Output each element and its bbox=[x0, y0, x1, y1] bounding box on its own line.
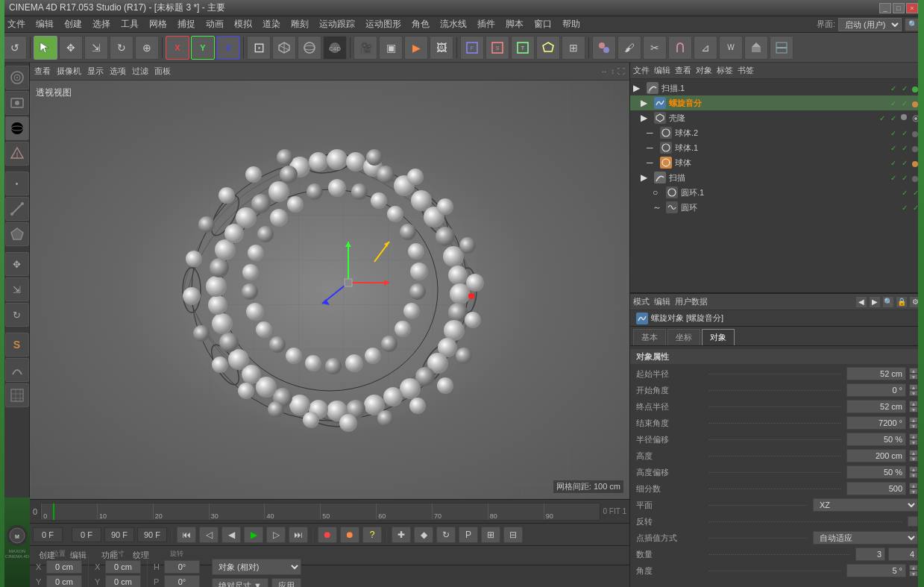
prop-checkbox-reverse[interactable] bbox=[908, 516, 918, 527]
om-menu-object[interactable]: 对象 bbox=[696, 65, 712, 76]
check-shell-2[interactable]: ✓ bbox=[888, 113, 899, 123]
prop-spin-up-4[interactable]: ▲ bbox=[909, 417, 918, 423]
goto-end-button[interactable]: ⏭ bbox=[289, 527, 308, 543]
sidebar-edges[interactable] bbox=[5, 197, 29, 221]
prev-frame-button[interactable]: ◁ bbox=[199, 527, 219, 543]
prop-value-count2[interactable]: 4 bbox=[888, 547, 918, 561]
prop-spinner-radius-offset[interactable]: ▲ ▼ bbox=[909, 433, 918, 445]
close-button[interactable]: × bbox=[906, 3, 918, 13]
prop-spin-up-3[interactable]: ▲ bbox=[909, 401, 918, 406]
prop-spinner-angle[interactable]: ▲ ▼ bbox=[909, 565, 918, 577]
cube-tool[interactable] bbox=[272, 36, 296, 60]
prop-spinner-end-radius[interactable]: ▲ ▼ bbox=[909, 401, 918, 412]
prop-menu-edit[interactable]: 编辑 bbox=[654, 296, 670, 307]
expand-icon-shell[interactable]: ▶ bbox=[641, 113, 653, 123]
auto-key-button[interactable]: ⏺ bbox=[340, 527, 359, 543]
sidebar-rotate[interactable]: ↻ bbox=[5, 303, 29, 327]
current-frame-input[interactable] bbox=[33, 527, 63, 542]
size-x-input[interactable] bbox=[105, 560, 141, 574]
prop-spin-up-6[interactable]: ▲ bbox=[909, 450, 918, 456]
check-circle1-1[interactable]: ✓ bbox=[899, 187, 910, 198]
check-sphere2-2[interactable]: ✓ bbox=[899, 128, 910, 138]
prop-value-end-radius[interactable]: 52 cm bbox=[846, 400, 906, 413]
expand-icon-helix[interactable]: ▶ bbox=[641, 98, 653, 108]
prop-spinner-start-angle[interactable]: ▲ ▼ bbox=[909, 384, 918, 396]
vp-menu-view[interactable]: 查看 bbox=[34, 66, 51, 77]
prop-spin-down-8[interactable]: ▼ bbox=[909, 489, 918, 495]
obj-row-sphere1[interactable]: ─ 球体.1 ✓ ✓ bbox=[630, 140, 924, 155]
transform-tool[interactable]: ⊕ bbox=[135, 36, 159, 60]
timeline-cursor[interactable] bbox=[53, 503, 54, 520]
frame-end-input2[interactable] bbox=[137, 527, 167, 542]
front-view[interactable]: F bbox=[460, 36, 484, 60]
menu-sculpt[interactable]: 雕刻 bbox=[286, 16, 313, 32]
menu-tools[interactable]: 工具 bbox=[116, 16, 143, 32]
check-shell-1[interactable]: ✓ bbox=[877, 113, 887, 123]
prop-search[interactable]: 🔍 bbox=[882, 296, 894, 308]
check-green-1[interactable]: ✓ bbox=[888, 83, 899, 93]
prop-spin-up-8[interactable]: ▲ bbox=[909, 483, 918, 489]
check-helix-1[interactable]: ✓ bbox=[888, 98, 899, 108]
key-selection[interactable]: ↻ bbox=[436, 527, 456, 543]
prop-dropdown-plane[interactable]: XZ XY YZ bbox=[813, 498, 918, 512]
menu-create[interactable]: 创建 bbox=[60, 16, 87, 32]
sidebar-grid[interactable] bbox=[5, 383, 29, 407]
menu-animate[interactable]: 动画 bbox=[201, 16, 228, 32]
scale-tool[interactable]: ⇲ bbox=[84, 36, 108, 60]
sidebar-move[interactable]: ✥ bbox=[5, 252, 29, 276]
check-circle-1[interactable]: ✓ bbox=[899, 202, 910, 213]
persp-view[interactable] bbox=[536, 36, 560, 60]
motion-path-button[interactable]: ✚ bbox=[392, 527, 411, 543]
render-region[interactable]: ▣ bbox=[379, 36, 403, 60]
sidebar-scale[interactable]: ⇲ bbox=[5, 277, 29, 301]
prop-menu-mode[interactable]: 模式 bbox=[633, 296, 650, 307]
prop-nav-forward[interactable]: ▶ bbox=[869, 296, 881, 308]
prop-spinner-end-angle[interactable]: ▲ ▼ bbox=[909, 417, 918, 429]
viewport[interactable]: 透视视图 bbox=[30, 81, 629, 499]
prop-spin-up-13[interactable]: ▲ bbox=[909, 565, 918, 571]
prop-dropdown-interpolation[interactable]: 自动适应 固定 自然 bbox=[813, 531, 918, 544]
weld-button[interactable]: W bbox=[719, 36, 743, 60]
prop-spin-up-2[interactable]: ▲ bbox=[909, 384, 918, 390]
menu-render[interactable]: 道染 bbox=[258, 16, 285, 32]
vp-menu-panel[interactable]: 面板 bbox=[154, 66, 171, 77]
obj-row-sweep1[interactable]: ▶ 扫描.1 ✓ ✓ bbox=[630, 81, 924, 95]
interface-dropdown[interactable]: 启动 (用户) bbox=[838, 18, 902, 31]
menu-mesh[interactable]: 网格 bbox=[145, 16, 172, 32]
record-button[interactable]: ⏺ bbox=[318, 527, 337, 543]
texture-button[interactable] bbox=[592, 36, 616, 60]
vp-menu-display[interactable]: 显示 bbox=[87, 66, 104, 77]
move-tool[interactable]: ✥ bbox=[59, 36, 83, 60]
menu-plugin[interactable]: 插件 bbox=[473, 16, 500, 32]
om-menu-view[interactable]: 查看 bbox=[675, 65, 691, 76]
prop-spin-up-7[interactable]: ▲ bbox=[909, 466, 918, 472]
prop-spinner-start-radius[interactable]: ▲ ▼ bbox=[909, 368, 918, 380]
prop-value-end-angle[interactable]: 7200 ° bbox=[846, 416, 906, 430]
axis-z[interactable]: Z bbox=[216, 36, 240, 60]
prop-value-angle[interactable]: 5 ° bbox=[846, 564, 906, 577]
sidebar-points[interactable]: • bbox=[5, 172, 29, 195]
prop-value-height[interactable]: 200 cm bbox=[846, 449, 906, 462]
prop-menu-userdata[interactable]: 用户数据 bbox=[675, 296, 708, 307]
top-view[interactable]: T bbox=[511, 36, 535, 60]
prop-value-height-offset[interactable]: 50 % bbox=[846, 465, 906, 479]
next-frame-button[interactable]: ▷ bbox=[266, 527, 286, 543]
prop-spin-down-13[interactable]: ▼ bbox=[909, 571, 918, 577]
menu-window[interactable]: 窗口 bbox=[529, 16, 556, 32]
obj-row-sweep2[interactable]: ▶ 扫描 ✓ ✓ bbox=[630, 170, 924, 185]
extrude-button[interactable] bbox=[744, 36, 768, 60]
vp-menu-filter[interactable]: 过滤 bbox=[132, 66, 148, 77]
axis-x[interactable]: X bbox=[166, 36, 189, 60]
timeline-ruler[interactable]: 0 10 20 30 40 50 60 70 80 90 bbox=[40, 503, 600, 521]
obj-row-sphere[interactable]: ─ 球体 ✓ ✓ bbox=[630, 155, 924, 170]
sidebar-s[interactable]: S bbox=[5, 333, 29, 357]
render-to-picture[interactable]: 🖼 bbox=[430, 36, 453, 60]
rot-p-input[interactable] bbox=[164, 575, 200, 587]
om-menu-file[interactable]: 文件 bbox=[633, 65, 650, 76]
sidebar-polygons[interactable] bbox=[5, 222, 29, 246]
prop-value-radius-offset[interactable]: 50 % bbox=[846, 433, 906, 446]
playback-settings[interactable]: P bbox=[459, 527, 478, 543]
check-sphere1-2[interactable]: ✓ bbox=[899, 142, 910, 153]
pos-y-input[interactable] bbox=[46, 575, 82, 587]
sidebar-bend[interactable] bbox=[5, 358, 29, 382]
